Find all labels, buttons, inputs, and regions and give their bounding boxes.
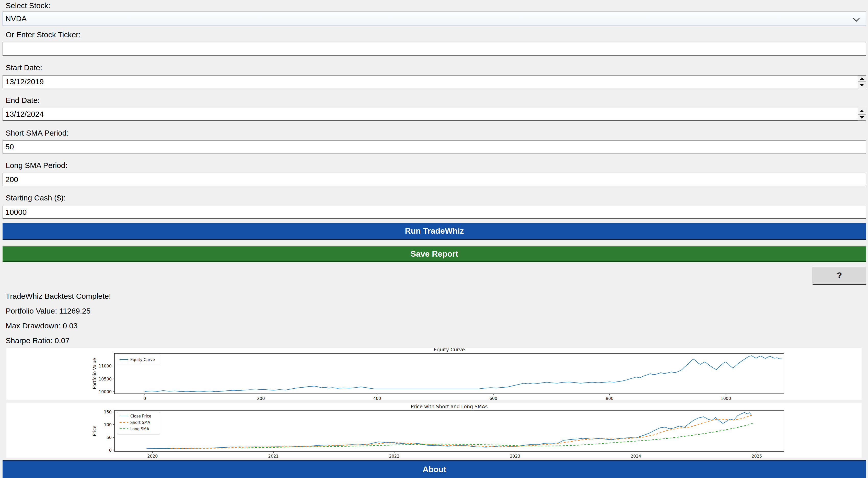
y-tick-label: 10500 <box>99 377 112 381</box>
ticker-input[interactable] <box>3 42 866 56</box>
x-tick-label: 600 <box>490 396 497 400</box>
y-tick-label: 100 <box>104 422 112 427</box>
y-tick-label: 150 <box>104 410 112 414</box>
triangle-up-icon <box>860 77 864 80</box>
chart-canvas: Equity CurvePortfolio Value0200400600800… <box>6 348 862 400</box>
max-drawdown-text: Max Drawdown: 0.03 <box>6 321 78 331</box>
start-date-label: Start Date: <box>6 63 42 73</box>
start-date-spin-down-button[interactable] <box>858 82 866 88</box>
x-tick-label: 200 <box>257 396 265 400</box>
y-tick-label: 50 <box>106 435 112 440</box>
starting-cash-input[interactable] <box>3 206 866 219</box>
x-tick-label: 2022 <box>389 454 399 457</box>
triangle-down-icon <box>860 116 864 119</box>
chart-canvas: Price with Short and Long SMAsPrice20202… <box>6 403 862 457</box>
y-axis-label: Portfolio Value <box>92 358 97 389</box>
long-sma-label: Long SMA Period: <box>6 160 67 171</box>
end-date-spin-down-button[interactable] <box>858 114 866 121</box>
end-date-label: End Date: <box>6 95 40 105</box>
y-axis-label: Price <box>92 425 97 436</box>
ticker-label: Or Enter Stock Ticker: <box>6 30 81 40</box>
backtest-status-text: TradeWhiz Backtest Complete! <box>6 291 111 301</box>
chevron-down-icon <box>853 15 860 22</box>
x-tick-label: 2020 <box>148 454 158 457</box>
y-tick-label: 10000 <box>99 389 112 394</box>
x-tick-label: 2025 <box>751 454 762 457</box>
chart-title: Equity Curve <box>434 348 465 352</box>
legend-label: Close Price <box>130 414 151 418</box>
start-date-spin-up-button[interactable] <box>858 76 866 82</box>
select-stock-label: Select Stock: <box>6 1 50 11</box>
x-tick-label: 0 <box>143 396 146 400</box>
legend-label: Short SMA <box>130 420 150 425</box>
tradewhiz-app: { "form": { "select_stock_label": "Selec… <box>0 0 868 478</box>
x-tick-label: 2021 <box>268 454 279 457</box>
y-tick-label: 11000 <box>99 364 112 369</box>
x-tick-label: 800 <box>606 396 614 400</box>
help-button[interactable]: ? <box>812 267 866 285</box>
x-tick-label: 400 <box>373 396 381 400</box>
end-date-input[interactable] <box>3 108 866 121</box>
short-sma-input[interactable] <box>3 140 866 153</box>
chart-title: Price with Short and Long SMAs <box>411 404 488 409</box>
triangle-up-icon <box>860 110 864 112</box>
run-tradewhiz-button[interactable]: Run TradeWhiz <box>3 223 866 240</box>
portfolio-value-text: Portfolio Value: 11269.25 <box>6 306 90 316</box>
start-date-input[interactable] <box>3 75 866 88</box>
sharpe-ratio-text: Sharpe Ratio: 0.07 <box>6 336 69 346</box>
end-date-spin-up-button[interactable] <box>858 108 866 114</box>
end-date-spinbox[interactable] <box>3 108 866 121</box>
starting-cash-label: Starting Cash ($): <box>6 193 66 203</box>
legend-label: Long SMA <box>130 427 150 431</box>
x-tick-label: 2023 <box>510 454 520 457</box>
stock-select-value: NVDA <box>5 14 27 23</box>
triangle-down-icon <box>860 84 864 86</box>
short-sma-label: Short SMA Period: <box>6 128 69 138</box>
long-sma-input[interactable] <box>3 173 866 186</box>
equity-curve-chart: Equity CurvePortfolio Value0200400600800… <box>6 348 862 400</box>
x-tick-label: 1000 <box>720 396 731 400</box>
start-date-spinbox[interactable] <box>3 75 866 88</box>
legend-label: Equity Curve <box>130 357 155 362</box>
save-report-button[interactable]: Save Report <box>3 245 866 262</box>
stock-select[interactable]: NVDA <box>3 11 866 26</box>
y-tick-label: 0 <box>109 448 112 453</box>
x-tick-label: 2024 <box>631 454 641 457</box>
about-button[interactable]: About <box>3 460 866 478</box>
price-sma-chart: Price with Short and Long SMAsPrice20202… <box>6 403 862 457</box>
